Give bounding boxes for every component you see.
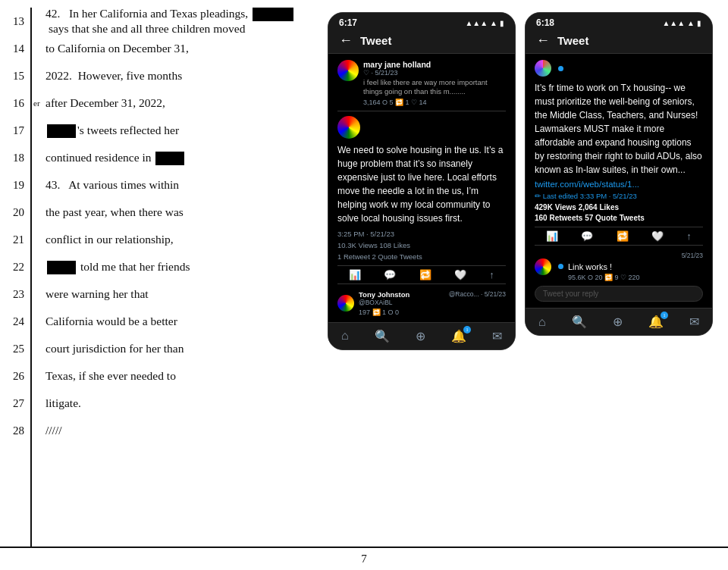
- right-phone-status-icons: ▲▲▲ ▲ ▮: [662, 19, 701, 27]
- text-line-20: the past year, when there was: [46, 199, 299, 226]
- right-community-icon[interactable]: ⊕: [613, 315, 623, 329]
- line-num-19: 19: [0, 171, 30, 199]
- left-community-icon[interactable]: ⊕: [416, 329, 425, 343]
- left-heart-icon[interactable]: 🤍: [454, 269, 466, 280]
- text-line-14: to California on December 31,: [46, 35, 299, 62]
- line-26-text: Texas, if she ever needed to: [46, 368, 176, 384]
- text-line-13: 42. In her California and Texas pleading…: [46, 8, 299, 35]
- text-line-23: were warning her that: [46, 280, 299, 308]
- text-line-17: 's tweets reflected her: [46, 117, 299, 144]
- line-17-text: 's tweets reflected her: [46, 123, 179, 138]
- redacted-1: [253, 8, 293, 21]
- line-num-21: 21: [0, 226, 30, 253]
- right-share-icon[interactable]: ↑: [686, 230, 692, 242]
- left-reply-username: Tony Johnston: [359, 290, 410, 299]
- left-reply-handle2: @BOXAiBL: [359, 299, 506, 306]
- right-heart-icon[interactable]: 🤍: [651, 230, 664, 242]
- right-back-arrow[interactable]: ←: [536, 33, 550, 49]
- redacted-4: [47, 261, 76, 274]
- left-quoted-stats: 3,164 O 5 🔁 1 ♡ 14: [363, 99, 506, 106]
- left-quoted-handle-date: ♡ · 5/21/23: [363, 69, 506, 77]
- right-battery-icon: ▮: [697, 19, 701, 27]
- left-tweet-actions: 📊 💬 🔁 🤍 ↑: [337, 265, 506, 284]
- right-mail-icon[interactable]: ✉: [689, 315, 699, 329]
- right-wifi-icon: ▲: [687, 19, 695, 27]
- left-search-icon[interactable]: 🔍: [375, 329, 390, 343]
- line-num-25: 25: [0, 335, 30, 362]
- left-reply-row: Tony Johnston @Racco... · 5/21/23 @BOXAi…: [337, 290, 506, 316]
- right-bell-icon[interactable]: 🔔1: [648, 315, 664, 329]
- right-reply-input[interactable]: Tweet your reply: [535, 286, 703, 302]
- right-home-icon[interactable]: ⌂: [538, 315, 546, 329]
- right-reply-stats-text: 95.6K O 20 🔁 9 ♡ 220: [568, 274, 640, 281]
- line-num-22: 22: [0, 253, 30, 280]
- left-reply-stats-text: 197 🔁 1 O 0: [359, 308, 399, 316]
- left-quoted-user-info: mary jane holland ♡ · 5/21/23 i feel lik…: [363, 60, 506, 106]
- left-home-icon[interactable]: ⌂: [341, 329, 349, 343]
- line-numbers-column: 13 14 15 16 17 18 19 20 21 22 23 24 25 2…: [0, 8, 32, 547]
- left-comment-icon[interactable]: 💬: [384, 269, 396, 280]
- right-reply-row: 5/21/23 Link works ! 95.6K O 20 🔁 9 ♡ 22…: [535, 252, 703, 281]
- text-line-26: Texas, if she ever needed to: [46, 362, 299, 390]
- right-tweet-link[interactable]: twitter.com/i/web/status/1...: [535, 180, 703, 189]
- text-line-16: er after December 31, 2022,: [46, 89, 299, 117]
- left-quoted-username: mary jane holland: [363, 60, 506, 69]
- line-25-text: court jurisdiction for her than: [46, 341, 184, 356]
- left-retweet-icon[interactable]: 🔁: [419, 269, 431, 280]
- text-line-15: 2022. However, five months: [46, 62, 299, 89]
- edge-text-er: er: [33, 98, 40, 108]
- right-reply-text: Link works !: [568, 262, 703, 271]
- line-num-27: 27: [0, 390, 30, 417]
- line-num-15: 15: [0, 62, 30, 89]
- left-tweet-divider: [337, 111, 506, 111]
- page-number: 7: [361, 553, 367, 565]
- right-main-tweet-text: It’s fr time to work on Tx housing-- we …: [535, 81, 703, 177]
- left-mail-icon[interactable]: ✉: [492, 329, 502, 343]
- right-reply-stats: 95.6K O 20 🔁 9 ♡ 220: [568, 274, 703, 281]
- text-line-22: told me that her friends: [46, 253, 299, 280]
- line-24-text: California would be a better: [46, 314, 177, 329]
- wifi-icon: ▲: [490, 19, 497, 27]
- left-reply-stats: 197 🔁 1 O 0: [359, 308, 506, 316]
- right-nav-badge: 1: [661, 312, 668, 319]
- text-line-25: court jurisdiction for her than: [46, 335, 299, 362]
- line-18-text: continued residence in: [46, 150, 186, 165]
- right-reply-verified: [558, 264, 563, 269]
- right-tweet-author-row: [535, 60, 703, 77]
- right-reply-username: [568, 252, 570, 260]
- right-phone-header-title: Tweet: [557, 34, 588, 47]
- line-num-13: 13: [0, 8, 30, 35]
- page-footer: 7: [0, 547, 728, 570]
- left-share-icon[interactable]: ↑: [489, 269, 494, 280]
- right-reply-content: 5/21/23 Link works ! 95.6K O 20 🔁 9 ♡ 22…: [568, 252, 703, 281]
- line-19-text: 43. At various times within: [46, 177, 179, 193]
- line-13-text: 42. In her California and Texas pleading…: [46, 6, 299, 37]
- line-num-24: 24: [0, 308, 30, 335]
- left-quoted-text: i feel like there are way more important…: [363, 78, 506, 97]
- right-comment-icon[interactable]: 💬: [581, 230, 593, 242]
- left-bell-icon[interactable]: 🔔1: [451, 329, 466, 343]
- line-20-text: the past year, when there was: [46, 205, 184, 220]
- left-back-arrow[interactable]: ←: [339, 33, 353, 49]
- left-quoted-user-row: mary jane holland ♡ · 5/21/23 i feel lik…: [337, 60, 506, 106]
- left-main-avatar: [337, 116, 360, 139]
- right-retweet-quotes-text: 160 Retweets 57 Quote Tweets: [535, 214, 645, 222]
- right-phone-status-bar: 6:18 ▲▲▲ ▲ ▮: [526, 13, 712, 30]
- right-search-icon[interactable]: 🔍: [572, 315, 587, 329]
- page: 13 14 15 16 17 18 19 20 21 22 23 24 25 2…: [0, 0, 728, 570]
- right-retweet-icon[interactable]: 🔁: [617, 230, 629, 242]
- left-phone-time: 6:17: [339, 17, 357, 28]
- left-phone-nav-bar: ⌂ 🔍 ⊕ 🔔1 ✉: [328, 322, 515, 349]
- left-tweet-timestamp: 3:25 PM · 5/21/23: [337, 230, 506, 238]
- line-14-text: to California on December 31,: [46, 41, 189, 56]
- signal-icon: ▲▲▲: [465, 19, 488, 27]
- right-phone-time: 6:18: [536, 17, 554, 28]
- left-chart-icon[interactable]: 📊: [349, 269, 361, 280]
- line-num-17: 17: [0, 117, 30, 144]
- line-15-text: 2022. However, five months: [46, 68, 182, 83]
- text-line-28: /////: [46, 417, 299, 444]
- right-chart-icon[interactable]: 📊: [546, 230, 558, 242]
- left-reply-handle-date: @Racco... · 5/21/23: [449, 290, 506, 299]
- right-verified-dot: [558, 66, 563, 71]
- line-22-text: told me that her friends: [46, 259, 190, 274]
